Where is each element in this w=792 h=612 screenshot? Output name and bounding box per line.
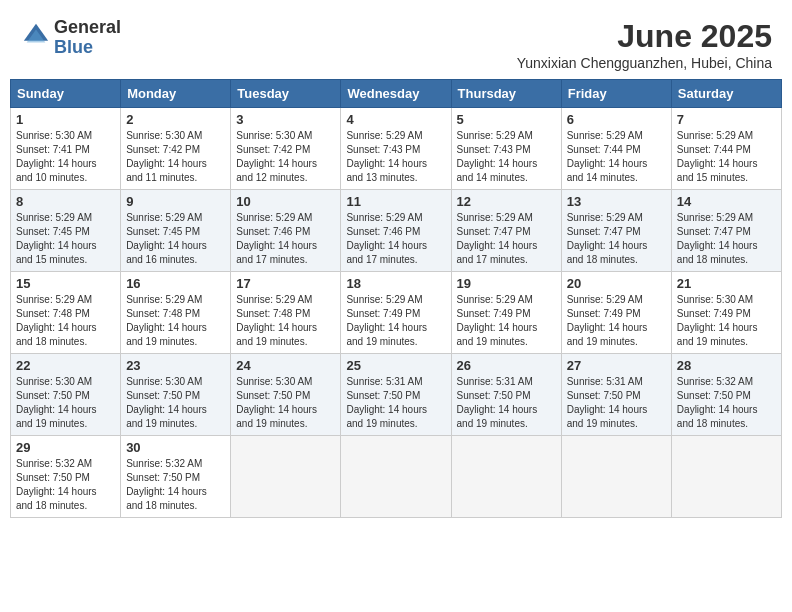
calendar-cell [561,436,671,518]
day-number: 14 [677,194,776,209]
calendar-week-row: 22Sunrise: 5:30 AMSunset: 7:50 PMDayligh… [11,354,782,436]
day-info: Sunrise: 5:29 AMSunset: 7:46 PMDaylight:… [236,211,335,267]
day-info: Sunrise: 5:29 AMSunset: 7:47 PMDaylight:… [567,211,666,267]
day-info: Sunrise: 5:30 AMSunset: 7:42 PMDaylight:… [126,129,225,185]
day-number: 20 [567,276,666,291]
weekday-header-thursday: Thursday [451,80,561,108]
weekday-header-wednesday: Wednesday [341,80,451,108]
day-number: 3 [236,112,335,127]
day-info: Sunrise: 5:29 AMSunset: 7:48 PMDaylight:… [126,293,225,349]
day-info: Sunrise: 5:31 AMSunset: 7:50 PMDaylight:… [457,375,556,431]
day-info: Sunrise: 5:30 AMSunset: 7:49 PMDaylight:… [677,293,776,349]
day-info: Sunrise: 5:29 AMSunset: 7:45 PMDaylight:… [126,211,225,267]
day-info: Sunrise: 5:29 AMSunset: 7:49 PMDaylight:… [567,293,666,349]
day-number: 26 [457,358,556,373]
day-number: 16 [126,276,225,291]
day-info: Sunrise: 5:29 AMSunset: 7:43 PMDaylight:… [346,129,445,185]
day-number: 5 [457,112,556,127]
calendar-cell: 9Sunrise: 5:29 AMSunset: 7:45 PMDaylight… [121,190,231,272]
calendar-week-row: 1Sunrise: 5:30 AMSunset: 7:41 PMDaylight… [11,108,782,190]
calendar-cell: 14Sunrise: 5:29 AMSunset: 7:47 PMDayligh… [671,190,781,272]
page-header: General Blue June 2025 Yunxixian Chenggu… [10,10,782,75]
weekday-header-monday: Monday [121,80,231,108]
calendar-cell: 20Sunrise: 5:29 AMSunset: 7:49 PMDayligh… [561,272,671,354]
calendar-cell: 15Sunrise: 5:29 AMSunset: 7:48 PMDayligh… [11,272,121,354]
day-info: Sunrise: 5:30 AMSunset: 7:41 PMDaylight:… [16,129,115,185]
calendar-cell: 18Sunrise: 5:29 AMSunset: 7:49 PMDayligh… [341,272,451,354]
calendar-cell [231,436,341,518]
calendar-cell: 10Sunrise: 5:29 AMSunset: 7:46 PMDayligh… [231,190,341,272]
day-number: 23 [126,358,225,373]
day-info: Sunrise: 5:29 AMSunset: 7:47 PMDaylight:… [457,211,556,267]
day-info: Sunrise: 5:31 AMSunset: 7:50 PMDaylight:… [567,375,666,431]
day-info: Sunrise: 5:30 AMSunset: 7:50 PMDaylight:… [16,375,115,431]
location-title: Yunxixian Chengguanzhen, Hubei, China [517,55,772,71]
calendar-cell: 22Sunrise: 5:30 AMSunset: 7:50 PMDayligh… [11,354,121,436]
day-info: Sunrise: 5:31 AMSunset: 7:50 PMDaylight:… [346,375,445,431]
day-info: Sunrise: 5:29 AMSunset: 7:49 PMDaylight:… [457,293,556,349]
calendar-cell: 3Sunrise: 5:30 AMSunset: 7:42 PMDaylight… [231,108,341,190]
calendar-header-row: SundayMondayTuesdayWednesdayThursdayFrid… [11,80,782,108]
calendar-cell [671,436,781,518]
day-info: Sunrise: 5:32 AMSunset: 7:50 PMDaylight:… [126,457,225,513]
calendar-cell: 4Sunrise: 5:29 AMSunset: 7:43 PMDaylight… [341,108,451,190]
day-info: Sunrise: 5:30 AMSunset: 7:50 PMDaylight:… [126,375,225,431]
day-number: 9 [126,194,225,209]
calendar-week-row: 8Sunrise: 5:29 AMSunset: 7:45 PMDaylight… [11,190,782,272]
day-info: Sunrise: 5:32 AMSunset: 7:50 PMDaylight:… [16,457,115,513]
calendar-cell: 26Sunrise: 5:31 AMSunset: 7:50 PMDayligh… [451,354,561,436]
logo: General Blue [20,18,121,58]
day-number: 19 [457,276,556,291]
day-number: 30 [126,440,225,455]
day-number: 10 [236,194,335,209]
day-info: Sunrise: 5:30 AMSunset: 7:42 PMDaylight:… [236,129,335,185]
weekday-header-friday: Friday [561,80,671,108]
calendar-cell: 8Sunrise: 5:29 AMSunset: 7:45 PMDaylight… [11,190,121,272]
logo-blue-text: Blue [54,37,93,57]
day-number: 6 [567,112,666,127]
day-info: Sunrise: 5:29 AMSunset: 7:46 PMDaylight:… [346,211,445,267]
day-number: 13 [567,194,666,209]
calendar-cell: 27Sunrise: 5:31 AMSunset: 7:50 PMDayligh… [561,354,671,436]
day-number: 1 [16,112,115,127]
day-info: Sunrise: 5:29 AMSunset: 7:48 PMDaylight:… [16,293,115,349]
day-number: 18 [346,276,445,291]
day-number: 27 [567,358,666,373]
calendar-cell: 7Sunrise: 5:29 AMSunset: 7:44 PMDaylight… [671,108,781,190]
calendar-cell: 21Sunrise: 5:30 AMSunset: 7:49 PMDayligh… [671,272,781,354]
day-number: 2 [126,112,225,127]
calendar-cell: 19Sunrise: 5:29 AMSunset: 7:49 PMDayligh… [451,272,561,354]
day-number: 29 [16,440,115,455]
calendar-cell: 23Sunrise: 5:30 AMSunset: 7:50 PMDayligh… [121,354,231,436]
calendar-cell: 17Sunrise: 5:29 AMSunset: 7:48 PMDayligh… [231,272,341,354]
day-number: 17 [236,276,335,291]
calendar-week-row: 29Sunrise: 5:32 AMSunset: 7:50 PMDayligh… [11,436,782,518]
calendar-table: SundayMondayTuesdayWednesdayThursdayFrid… [10,79,782,518]
title-block: June 2025 Yunxixian Chengguanzhen, Hubei… [517,18,772,71]
day-info: Sunrise: 5:29 AMSunset: 7:44 PMDaylight:… [567,129,666,185]
day-info: Sunrise: 5:29 AMSunset: 7:43 PMDaylight:… [457,129,556,185]
calendar-cell: 28Sunrise: 5:32 AMSunset: 7:50 PMDayligh… [671,354,781,436]
calendar-cell: 30Sunrise: 5:32 AMSunset: 7:50 PMDayligh… [121,436,231,518]
calendar-week-row: 15Sunrise: 5:29 AMSunset: 7:48 PMDayligh… [11,272,782,354]
calendar-cell: 29Sunrise: 5:32 AMSunset: 7:50 PMDayligh… [11,436,121,518]
calendar-cell: 24Sunrise: 5:30 AMSunset: 7:50 PMDayligh… [231,354,341,436]
weekday-header-tuesday: Tuesday [231,80,341,108]
day-number: 12 [457,194,556,209]
day-info: Sunrise: 5:29 AMSunset: 7:49 PMDaylight:… [346,293,445,349]
day-number: 7 [677,112,776,127]
month-title: June 2025 [517,18,772,55]
day-info: Sunrise: 5:29 AMSunset: 7:48 PMDaylight:… [236,293,335,349]
calendar-cell: 25Sunrise: 5:31 AMSunset: 7:50 PMDayligh… [341,354,451,436]
day-number: 8 [16,194,115,209]
calendar-cell: 2Sunrise: 5:30 AMSunset: 7:42 PMDaylight… [121,108,231,190]
calendar-cell: 5Sunrise: 5:29 AMSunset: 7:43 PMDaylight… [451,108,561,190]
day-number: 4 [346,112,445,127]
weekday-header-sunday: Sunday [11,80,121,108]
day-number: 21 [677,276,776,291]
day-number: 15 [16,276,115,291]
logo-icon [22,22,50,50]
day-number: 24 [236,358,335,373]
weekday-header-saturday: Saturday [671,80,781,108]
day-info: Sunrise: 5:29 AMSunset: 7:44 PMDaylight:… [677,129,776,185]
